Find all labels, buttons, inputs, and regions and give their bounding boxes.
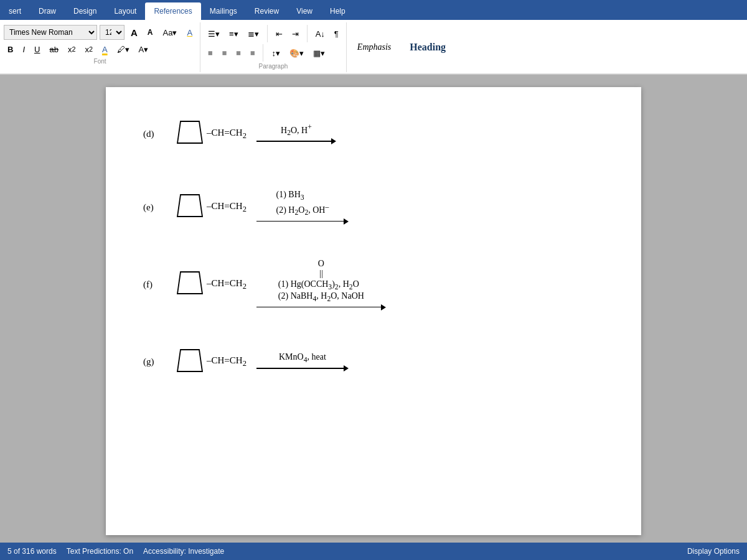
paragraph-group-label: Paragraph [204,63,342,70]
style-heading[interactable]: Heading [404,40,451,55]
italic-button[interactable]: I [19,42,29,57]
reaction-f-molecule: –CH=CH2 [168,263,247,306]
reaction-g-label: (g) [143,357,168,367]
pilcrow-button[interactable]: ¶ [331,26,342,41]
bold-button[interactable]: B [4,42,17,57]
status-left: 5 of 316 words Text Predictions: On Acce… [7,547,224,556]
reaction-f-reagent1: (1) Hg(OCCH3)2, H2O [278,279,359,291]
reaction-e: (e) –CH=CH2 (1) BH3 (2) H2O2, OH– [143,185,604,229]
document-area: (d) –CH=CH2 H2O, H+ (e) [0,75,747,548]
subscript-button[interactable]: x2 [64,42,80,57]
superscript-button[interactable]: x2 [81,42,96,57]
justify-button[interactable]: ≡ [247,45,259,60]
reaction-d-label: (d) [143,129,168,139]
svg-marker-0 [177,121,202,143]
reaction-d-reagent: H2O, H+ [281,123,312,137]
font-shrink-button[interactable]: A [144,25,157,40]
reaction-g-arrow: KMnO4, heat [256,352,349,371]
paragraph-group: ☰▾ ≡▾ ≣▾ ⇤ ⇥ A↓ ¶ ≡ ≡ ≡ ≡ ↕▾ 🎨▾ ▦▾ Parag… [200,22,347,72]
status-right: Display Options [687,547,740,556]
reaction-f: (f) –CH=CH2 O || (1) Hg(OCCH3)2, H2O (2)… [143,259,604,310]
decrease-indent-button[interactable]: ⇤ [272,26,286,41]
word-count: 5 of 316 words [7,547,57,556]
align-center-button[interactable]: ≡ [218,45,231,60]
reaction-f-ketone-o: O [318,259,324,268]
reaction-f-reagent: O || (1) Hg(OCCH3)2, H2O (2) NaBH4, H2O,… [278,259,364,303]
bullets-button[interactable]: ☰▾ [204,26,223,41]
font-name-select[interactable]: Times New Roman [4,25,97,40]
reaction-d: (d) –CH=CH2 H2O, H+ [143,112,604,156]
svg-marker-1 [177,195,202,217]
reaction-f-label: (f) [143,279,168,290]
cyclobutane-g [168,340,212,384]
reaction-e-reagent2: (2) H2O2, OH– [276,203,329,217]
reaction-e-arrow: (1) BH3 (2) H2O2, OH– [256,190,349,224]
reaction-d-arrow: H2O, H+ [256,123,336,144]
tab-draw[interactable]: Draw [30,2,65,20]
tab-review[interactable]: Review [246,2,288,20]
tab-view[interactable]: View [288,2,321,20]
reaction-f-reagent2: (2) NaBH4, H2O, NaOH [278,291,364,303]
line-spacing-button[interactable]: ↕▾ [268,45,284,60]
font-size-select[interactable]: 12 [100,25,125,40]
underline-button[interactable]: U [31,42,44,57]
reaction-e-reagent1: (1) BH3 [276,190,329,202]
status-bar: 5 of 316 words Text Predictions: On Acce… [0,543,747,560]
tab-sert[interactable]: sert [0,2,30,20]
reaction-g: (g) –CH=CH2 KMnO4, heat [143,340,604,384]
font-grow-button[interactable]: A [127,25,141,40]
svg-marker-3 [177,350,202,371]
reaction-f-ketone-bond: || [319,269,323,278]
font-aa-button[interactable]: Aa▾ [159,25,181,40]
vinyl-e: –CH=CH2 [207,201,247,214]
shading-button[interactable]: 🎨▾ [286,45,308,60]
vinyl-f: –CH=CH2 [207,278,247,291]
reaction-e-molecule: –CH=CH2 [168,185,247,229]
font-clear-button[interactable]: A [183,25,196,40]
styles-group: Emphasis Heading [347,22,456,72]
font-color-highlight-button[interactable]: A [98,42,111,57]
cyclobutane-f [168,263,212,306]
highlight-button[interactable]: 🖊▾ [113,42,133,57]
strikethrough-button[interactable]: ab [45,42,62,57]
increase-indent-button[interactable]: ⇥ [288,26,303,41]
align-right-button[interactable]: ≡ [232,45,245,60]
reaction-g-molecule: –CH=CH2 [168,340,247,384]
font-color-button[interactable]: A▾ [135,42,153,57]
font-group-label: Font [4,58,196,65]
tab-layout[interactable]: Layout [105,2,145,20]
numbering-button[interactable]: ≡▾ [225,26,242,41]
reaction-d-molecule: –CH=CH2 [168,112,247,156]
tab-mailings[interactable]: Mailings [201,2,246,20]
borders-button[interactable]: ▦▾ [309,45,329,60]
tab-references[interactable]: References [145,2,200,20]
reaction-e-label: (e) [143,202,168,213]
accessibility[interactable]: Accessibility: Investigate [143,547,224,556]
vinyl-g: –CH=CH2 [207,355,247,368]
tab-help[interactable]: Help [321,2,354,20]
display-options[interactable]: Display Options [687,547,740,556]
document-page: (d) –CH=CH2 H2O, H+ (e) [106,87,641,535]
ribbon: sert Draw Design Layout References Maili… [0,0,747,75]
reaction-f-arrow: O || (1) Hg(OCCH3)2, H2O (2) NaBH4, H2O,… [256,259,386,310]
ribbon-tab-bar: sert Draw Design Layout References Maili… [0,0,747,20]
svg-marker-2 [177,272,202,294]
cyclobutane-e [168,185,212,229]
multilevel-button[interactable]: ≣▾ [244,26,263,41]
reaction-g-reagent: KMnO4, heat [279,352,326,364]
vinyl-d: –CH=CH2 [207,128,247,141]
reaction-e-reagent: (1) BH3 (2) H2O2, OH– [276,190,329,217]
font-group: Times New Roman 12 A A Aa▾ A B I U ab x2… [0,22,200,72]
sort-button[interactable]: A↓ [312,26,329,41]
tab-design[interactable]: Design [65,2,105,20]
align-left-button[interactable]: ≡ [204,45,217,60]
text-predictions[interactable]: Text Predictions: On [67,547,133,556]
style-emphasis[interactable]: Emphasis [352,40,397,54]
cyclobutane-d [168,112,212,156]
